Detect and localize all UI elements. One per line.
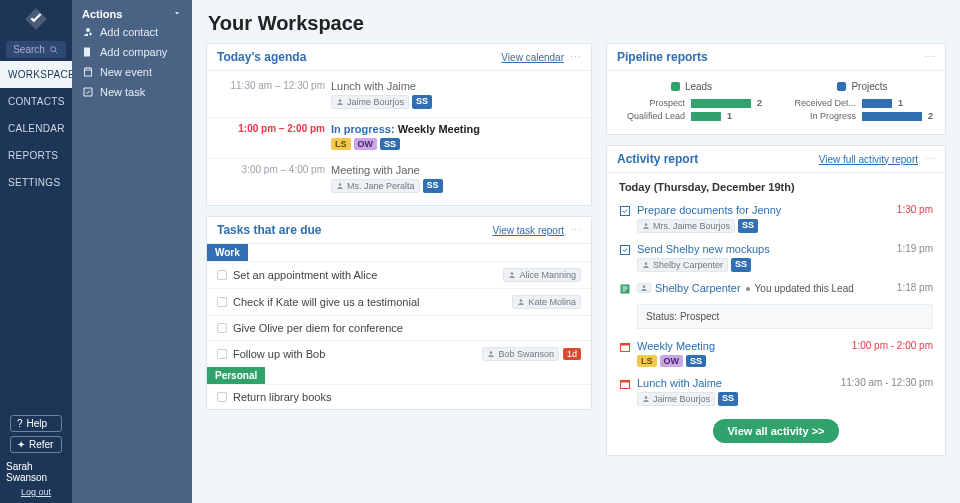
activity-item-title[interactable]: Weekly Meeting bbox=[637, 340, 715, 352]
activity-row[interactable]: Send Shelby new mockupsShelby CarpenterS… bbox=[619, 238, 933, 277]
person-chip[interactable]: Shelby Carpenter bbox=[637, 258, 728, 272]
chevron-down-icon[interactable] bbox=[172, 8, 182, 20]
activity-card: Activity report View full activity repor… bbox=[606, 145, 946, 456]
activity-row[interactable]: Prepare documents for JennyMrs. Jaime Bo… bbox=[619, 199, 933, 238]
actions-header: Actions bbox=[82, 8, 122, 20]
agenda-time: 3:00 pm – 4:00 pm bbox=[217, 164, 325, 175]
refer-button[interactable]: ✦Refer bbox=[10, 436, 62, 453]
nav-item-workspace[interactable]: WORKSPACE bbox=[0, 61, 72, 88]
pipeline-bar-row[interactable]: Received Det...1 bbox=[792, 98, 933, 108]
task-checkbox[interactable] bbox=[217, 323, 227, 333]
activity-row[interactable]: Shelby CarpenterYou updated this Lead1:1… bbox=[619, 277, 933, 300]
task-row[interactable]: Check if Kate will give us a testimonial… bbox=[207, 288, 591, 315]
assignee-chip[interactable]: Alice Manning bbox=[503, 268, 581, 282]
view-all-activity-button[interactable]: View all activity >> bbox=[713, 419, 838, 443]
task-row[interactable]: Return library books bbox=[207, 384, 591, 409]
pipeline-card: Pipeline reports ⋯ LeadsProspect2Qualifi… bbox=[606, 43, 946, 135]
logout-link[interactable]: Log out bbox=[21, 487, 51, 497]
card-menu-icon[interactable]: ⋯ bbox=[570, 51, 581, 63]
agenda-title: Today's agenda bbox=[217, 50, 306, 64]
pipeline-bar-row[interactable]: Qualified Lead1 bbox=[621, 111, 762, 121]
person-icon bbox=[508, 271, 516, 279]
search-input[interactable]: Search bbox=[6, 41, 66, 58]
task-row[interactable]: Follow up with BobBob Swanson 1d bbox=[207, 340, 591, 367]
person-plus-icon bbox=[82, 26, 94, 38]
tasks-card: Tasks that are due View task report⋯ Wor… bbox=[206, 216, 592, 410]
view-activity-link[interactable]: View full activity report bbox=[819, 154, 918, 165]
agenda-row[interactable]: 1:00 pm – 2:00 pmIn progress: Weekly Mee… bbox=[207, 118, 591, 159]
activity-item-title[interactable]: Send Shelby new mockups bbox=[637, 243, 770, 255]
card-menu-icon[interactable]: ⋯ bbox=[570, 224, 581, 236]
agenda-event-title: In progress: Weekly Meeting bbox=[331, 123, 480, 135]
person-chip[interactable]: Jaime Bourjos bbox=[331, 95, 409, 109]
search-icon bbox=[49, 45, 59, 55]
card-menu-icon[interactable]: ⋯ bbox=[924, 153, 935, 165]
task-checkbox[interactable] bbox=[217, 392, 227, 402]
initials-tag: SS bbox=[731, 258, 751, 272]
nav-item-reports[interactable]: REPORTS bbox=[0, 142, 72, 169]
agenda-time: 11:30 am – 12:30 pm bbox=[217, 80, 325, 91]
overdue-badge: 1d bbox=[563, 348, 581, 360]
svg-rect-8 bbox=[621, 381, 630, 383]
action-new-event[interactable]: New event bbox=[82, 66, 182, 78]
calendar-icon bbox=[82, 66, 94, 78]
agenda-time: 1:00 pm – 2:00 pm bbox=[217, 123, 325, 134]
card-menu-icon[interactable]: ⋯ bbox=[924, 51, 935, 64]
initials-tag: SS bbox=[412, 95, 432, 109]
person-chip[interactable]: Mrs. Jaime Bourjos bbox=[637, 219, 735, 233]
help-button[interactable]: ?Help bbox=[10, 415, 62, 432]
pipeline-title: Pipeline reports bbox=[617, 50, 708, 64]
person-icon bbox=[642, 222, 650, 230]
person-icon bbox=[637, 283, 651, 293]
svg-line-1 bbox=[55, 51, 57, 53]
activity-update-text: You updated this Lead bbox=[755, 283, 854, 294]
action-add-company[interactable]: Add company bbox=[82, 46, 182, 58]
person-icon bbox=[642, 395, 650, 403]
activity-item-title[interactable]: Shelby Carpenter bbox=[655, 282, 741, 294]
activity-title: Activity report bbox=[617, 152, 698, 166]
svg-rect-6 bbox=[621, 344, 630, 346]
person-icon bbox=[336, 98, 344, 106]
activity-item-title[interactable]: Prepare documents for Jenny bbox=[637, 204, 781, 216]
initials-tag: SS bbox=[686, 355, 706, 367]
activity-row[interactable]: Weekly MeetingLSOWSS1:00 pm - 2:00 pm bbox=[619, 335, 933, 372]
pipeline-bar-row[interactable]: In Progress2 bbox=[792, 111, 933, 121]
pipeline-bar-row[interactable]: Prospect2 bbox=[621, 98, 762, 108]
nav-item-contacts[interactable]: CONTACTS bbox=[0, 88, 72, 115]
agenda-row[interactable]: 11:30 am – 12:30 pmLunch with JaimeJaime… bbox=[207, 75, 591, 118]
task-row[interactable]: Set an appointment with AliceAlice Manni… bbox=[207, 261, 591, 288]
activity-item-title[interactable]: Lunch with Jaime bbox=[637, 377, 722, 389]
initials-tag: SS bbox=[738, 219, 758, 233]
task-section-pers: Personal bbox=[207, 367, 265, 384]
person-icon bbox=[336, 182, 344, 190]
activity-time: 1:19 pm bbox=[897, 243, 933, 272]
person-icon bbox=[487, 350, 495, 358]
agenda-row[interactable]: 3:00 pm – 4:00 pmMeeting with JaneMs. Ja… bbox=[207, 159, 591, 201]
view-task-report-link[interactable]: View task report bbox=[492, 225, 564, 236]
person-chip[interactable]: Ms. Jane Peralta bbox=[331, 179, 420, 193]
activity-time: 1:18 pm bbox=[897, 282, 933, 295]
action-new-task[interactable]: New task bbox=[82, 86, 182, 98]
tasks-title: Tasks that are due bbox=[217, 223, 321, 237]
task-row[interactable]: Give Olive per diem for conference bbox=[207, 315, 591, 340]
task-checkbox[interactable] bbox=[217, 297, 227, 307]
pipeline-col-projects: ProjectsReceived Det...1In Progress2 bbox=[792, 81, 933, 124]
person-icon bbox=[517, 298, 525, 306]
task-checkbox[interactable] bbox=[217, 349, 227, 359]
agenda-card: Today's agenda View calendar⋯ 11:30 am –… bbox=[206, 43, 592, 206]
sidebar-nav: Search WORKSPACECONTACTSCALENDARREPORTSS… bbox=[0, 0, 72, 503]
nav-item-calendar[interactable]: CALENDAR bbox=[0, 115, 72, 142]
person-chip[interactable]: Jaime Bourjos bbox=[637, 392, 715, 406]
task-section-work: Work bbox=[207, 244, 248, 261]
check-icon bbox=[82, 86, 94, 98]
nav-item-settings[interactable]: SETTINGS bbox=[0, 169, 72, 196]
assignee-chip[interactable]: Bob Swanson bbox=[482, 347, 559, 361]
gift-icon: ✦ bbox=[17, 439, 25, 450]
activity-row[interactable]: Lunch with JaimeJaime BourjosSS11:30 am … bbox=[619, 372, 933, 411]
lead-icon bbox=[619, 283, 631, 295]
task-checkbox[interactable] bbox=[217, 270, 227, 280]
building-icon bbox=[82, 46, 94, 58]
view-calendar-link[interactable]: View calendar bbox=[501, 52, 564, 63]
action-add-contact[interactable]: Add contact bbox=[82, 26, 182, 38]
assignee-chip[interactable]: Kate Molina bbox=[512, 295, 581, 309]
